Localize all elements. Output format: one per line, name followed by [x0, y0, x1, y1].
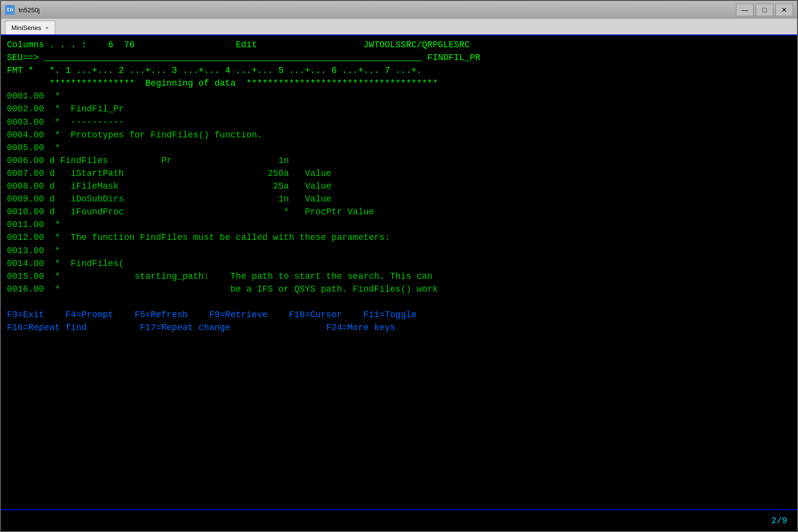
header-seu: SEU==> _________________________________… — [7, 51, 791, 64]
code-line-5: 0005.00 * — [7, 141, 791, 154]
code-line-9: 0009.00 d iDoSubDirs 1n Value — [7, 193, 791, 205]
app-icon-text: tn — [6, 7, 13, 13]
header-fmt: FMT * *. 1 ...+... 2 ...+... 3 ...+... 4… — [7, 64, 791, 77]
code-line-1: 0001.00 * — [7, 90, 791, 102]
app-icon: tn — [5, 5, 15, 15]
terminal-area[interactable]: Columns . . . : 6 76 Edit JWTOOLSSRC/QRP… — [1, 35, 797, 509]
status-bar: 2/9 — [1, 509, 797, 531]
code-line-7: 0007.00 d iStartPath 250a Value — [7, 167, 791, 180]
code-line-2: 0002.00 * FindFil_Pr — [7, 102, 791, 115]
code-line-16: 0016.00 * be a IFS or QSYS path. FindFil… — [7, 283, 791, 296]
empty-line — [7, 296, 791, 308]
code-line-11: 0011.00 * — [7, 218, 791, 231]
tab-label: MiniSeries — [11, 24, 41, 32]
code-line-8: 0008.00 d iFileMask 25a Value — [7, 180, 791, 193]
window-title: tn5250j — [19, 6, 40, 14]
function-keys-2: F16=Repeat find F17=Repeat change F24=Mo… — [7, 321, 791, 334]
header-beginning: **************** Beginning of data *****… — [7, 77, 791, 90]
code-line-6: 0006.00 d FindFiles Pr 1n — [7, 154, 791, 167]
tab-close-icon[interactable]: × — [45, 25, 49, 32]
maximize-button[interactable]: □ — [756, 3, 773, 16]
code-line-3: 0003.00 * ---------- — [7, 116, 791, 129]
window-controls: — □ ✕ — [736, 3, 793, 16]
code-line-4: 0004.00 * Prototypes for FindFiles() fun… — [7, 129, 791, 141]
application-window: tn tn5250j — □ ✕ MiniSeries × Columns . … — [0, 0, 798, 532]
close-button[interactable]: ✕ — [775, 3, 793, 16]
code-line-15: 0015.00 * starting_path: The path to sta… — [7, 270, 791, 283]
tab-miniseries[interactable]: MiniSeries × — [5, 21, 55, 34]
header-columns: Columns . . . : 6 76 Edit JWTOOLSSRC/QRP… — [7, 38, 791, 51]
code-line-13: 0013.00 * — [7, 244, 791, 257]
title-bar: tn tn5250j — □ ✕ — [1, 1, 797, 19]
code-line-10: 0010.00 d iFoundProc * ProcPtr Value — [7, 205, 791, 218]
tab-bar: MiniSeries × — [1, 19, 797, 35]
code-line-12: 0012.00 * The function FindFiles must be… — [7, 231, 791, 244]
code-line-14: 0014.00 * FindFiles( — [7, 257, 791, 270]
page-indicator: 2/9 — [771, 516, 787, 526]
function-keys-1: F3=Exit F4=Prompt F5=Refresh F9=Retrieve… — [7, 308, 791, 321]
minimize-button[interactable]: — — [736, 3, 754, 16]
